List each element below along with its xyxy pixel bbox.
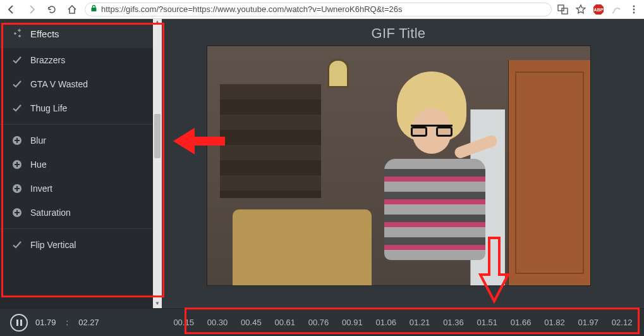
time-end: 02.27: [78, 318, 99, 327]
viewer: GIF Title: [162, 19, 644, 308]
back-button[interactable]: [4, 2, 19, 17]
translate-icon[interactable]: [557, 3, 569, 16]
address-bar[interactable]: https://gifs.com/?source=https://www.you…: [85, 3, 552, 16]
home-button[interactable]: [64, 2, 80, 17]
browser-toolbar: https://gifs.com/?source=https://www.you…: [0, 0, 644, 19]
pause-icon: [16, 320, 22, 326]
app: Effects BrazzersGTA V WastedThug LifeBlu…: [0, 19, 644, 336]
svg-point-6: [633, 8, 635, 10]
pause-button[interactable]: [10, 314, 28, 332]
extension-icon[interactable]: [610, 3, 623, 16]
svg-rect-0: [92, 8, 97, 11]
reload-button[interactable]: [44, 2, 59, 17]
address-url: https://gifs.com/?source=https://www.you…: [101, 4, 403, 14]
video-preview[interactable]: [207, 46, 591, 286]
abp-extension-icon[interactable]: ABP: [592, 3, 605, 16]
bookmark-star-icon[interactable]: [574, 3, 587, 16]
lock-icon: [90, 4, 97, 14]
time-sep: :: [66, 318, 69, 327]
forward-button[interactable]: [24, 2, 39, 17]
time-current: 01.79: [35, 318, 56, 327]
svg-point-7: [633, 11, 635, 13]
menu-button[interactable]: [628, 3, 640, 16]
annotation-box-timeline: [185, 308, 640, 334]
svg-point-5: [633, 5, 635, 7]
annotation-box-sidebar: [1, 23, 164, 297]
gif-title[interactable]: GIF Title: [372, 25, 426, 42]
svg-text:ABP: ABP: [594, 8, 604, 12]
